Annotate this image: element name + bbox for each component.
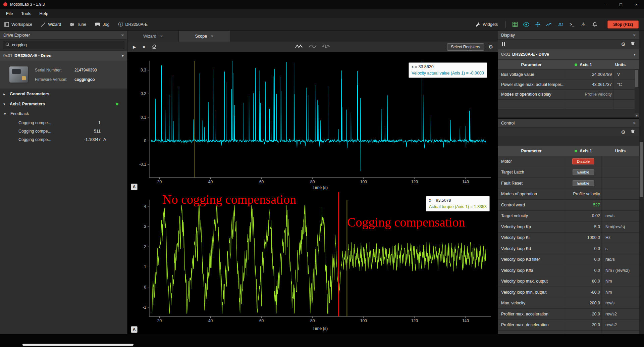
terminal-button[interactable]: >_	[566, 22, 578, 27]
menu-help[interactable]: Help	[35, 11, 52, 16]
widgets-label: Widgets	[483, 22, 498, 27]
scrollbar-thumb[interactable]	[635, 70, 638, 87]
svg-text:-1: -1	[143, 305, 146, 310]
smooth-interpolation-icon[interactable]	[309, 44, 317, 50]
svg-text:3: 3	[144, 224, 146, 229]
tab-close-icon[interactable]: ×	[211, 34, 213, 39]
drive-explorer-panel: Drive Explorer × cogging 0x01 DR3250A-E …	[0, 31, 127, 334]
stop-capture-button[interactable]: ■	[143, 45, 145, 49]
param-value: 43.061737	[592, 82, 613, 87]
widgets-button[interactable]: Widgets	[471, 22, 502, 27]
tune-button[interactable]: Tune	[65, 18, 91, 31]
param-value-cell: 0.0	[565, 243, 602, 254]
svg-text:100: 100	[360, 318, 367, 323]
jog-button[interactable]: Jog	[91, 18, 114, 31]
status-dot	[575, 150, 577, 152]
device-button[interactable]: ⓘ DR3250A-E	[114, 18, 152, 31]
tab-scope[interactable]: Scope ×	[179, 31, 230, 42]
param-value: 24.008789	[592, 72, 613, 77]
workspace-button[interactable]: Workspace	[0, 18, 37, 31]
param-unit: rev/s2	[602, 312, 639, 316]
play-button[interactable]: ▶	[133, 45, 136, 49]
param-value-cell: 60.0	[565, 276, 602, 287]
horizontal-scrollbar-thumb[interactable]	[22, 344, 133, 346]
maximize-button[interactable]: □	[613, 0, 629, 9]
tab-close-icon[interactable]: ×	[160, 34, 163, 39]
param-row: Control word527	[498, 200, 639, 211]
target-latch-button[interactable]: Enable	[573, 169, 594, 175]
clear-scope-icon[interactable]	[152, 44, 157, 50]
pause-button[interactable]	[502, 42, 505, 46]
param-value: 0.0	[594, 268, 601, 273]
display-drive-selector[interactable]: 0x01 DR3250A-E - Drive ▾	[498, 49, 639, 60]
step-interpolation-icon[interactable]	[322, 44, 330, 50]
svg-text:80: 80	[310, 180, 315, 184]
close-panel-icon[interactable]: ×	[633, 33, 636, 38]
menu-tools[interactable]: Tools	[17, 11, 35, 16]
svg-text:20: 20	[157, 180, 162, 184]
move-button[interactable]	[532, 22, 543, 27]
serial-number-label: Serial Number:	[35, 68, 74, 72]
feedback-row[interactable]: Cogging compe...-1.10047A	[0, 135, 127, 144]
wizard-button[interactable]: Wizard	[37, 18, 65, 31]
autoscale-button[interactable]: A	[131, 184, 138, 190]
widget-grid-button[interactable]	[509, 22, 521, 27]
close-panel-icon[interactable]: ×	[633, 120, 636, 126]
title-bar: MotionLab 3 - 1.9.3 – □ ×	[0, 0, 644, 9]
feedback-label: Cogging compe...	[18, 137, 51, 142]
menu-file[interactable]: File	[2, 11, 17, 16]
display-scrollbar[interactable]: ▾	[635, 69, 639, 118]
svg-text:4: 4	[144, 204, 146, 209]
drive-node-selector[interactable]: 0x01 DR3250A-E - Drive ▾	[0, 50, 127, 61]
param-label: Motor	[498, 159, 565, 164]
fault-reset-button[interactable]: Enable	[573, 180, 594, 186]
wizard-label: Wizard	[48, 22, 61, 27]
param-row: Target LatchEnable	[498, 167, 639, 178]
section-feedback[interactable]: ▾ Feedback	[0, 109, 127, 118]
param-unit: Nm	[602, 279, 639, 284]
scope-workspace: Wizard × Scope × ▶ ■ Select Registers ⚙ …	[127, 31, 498, 334]
gear-icon[interactable]: ⚙	[621, 41, 626, 47]
right-dock-scrollbar[interactable]	[639, 31, 644, 334]
stop-button[interactable]: Stop (F12)	[607, 20, 639, 29]
scrollbar-thumb[interactable]	[640, 142, 643, 197]
select-registers-button[interactable]: Select Registers	[447, 43, 484, 51]
chart-button[interactable]	[543, 22, 555, 27]
gear-icon[interactable]: ⚙	[621, 129, 626, 135]
eye-button[interactable]	[521, 22, 532, 27]
feedback-row[interactable]: Cogging compe...511	[0, 127, 127, 135]
close-panel-icon[interactable]: ×	[121, 33, 124, 38]
param-value: 60.0	[592, 279, 601, 284]
param-value-cell: 20.0	[565, 309, 602, 319]
chart-annotation: Cogging compensation	[347, 215, 465, 230]
app-logo-icon	[3, 2, 7, 6]
gear-icon[interactable]: ⚙	[489, 44, 493, 50]
line-interpolation-icon[interactable]	[295, 44, 303, 50]
svg-text:140: 140	[462, 318, 469, 323]
step-signal-button[interactable]	[555, 22, 566, 27]
param-label: Velocity loop Kd filter	[498, 257, 565, 262]
tab-wizard[interactable]: Wizard ×	[127, 31, 179, 42]
warning-button[interactable]: ⚠	[578, 21, 589, 28]
minimize-button[interactable]: –	[598, 0, 613, 9]
panel-title: Display	[501, 33, 515, 38]
bell-button[interactable]	[589, 22, 600, 27]
trash-icon[interactable]	[631, 41, 635, 47]
torque-plot[interactable]: 2040608010012014043210-1Time (s)	[127, 191, 498, 334]
autoscale-button[interactable]: A	[131, 326, 138, 333]
param-unit: Nm / (rev/s2)	[602, 268, 639, 273]
trash-icon[interactable]	[631, 129, 635, 135]
column-parameter: Parameter	[498, 149, 565, 153]
svg-text:140: 140	[462, 180, 469, 184]
feedback-row[interactable]: Cogging compe...1	[0, 118, 127, 127]
search-input[interactable]: cogging	[3, 41, 124, 49]
close-button[interactable]: ×	[629, 0, 644, 9]
scroll-down-icon[interactable]: ▾	[635, 113, 639, 118]
drive-photo	[9, 66, 28, 83]
tab-label: Scope	[195, 34, 207, 39]
motor-button[interactable]: Disable	[572, 158, 594, 164]
section-axis1-parameters[interactable]: ▾ Axis1 Parameters	[0, 99, 127, 109]
param-row: Velocity loop Kd filter0.0rad/s	[498, 254, 639, 265]
param-value-cell: 43.061737	[565, 80, 613, 90]
section-general-parameters[interactable]: ▸ General Parameters	[0, 89, 127, 99]
